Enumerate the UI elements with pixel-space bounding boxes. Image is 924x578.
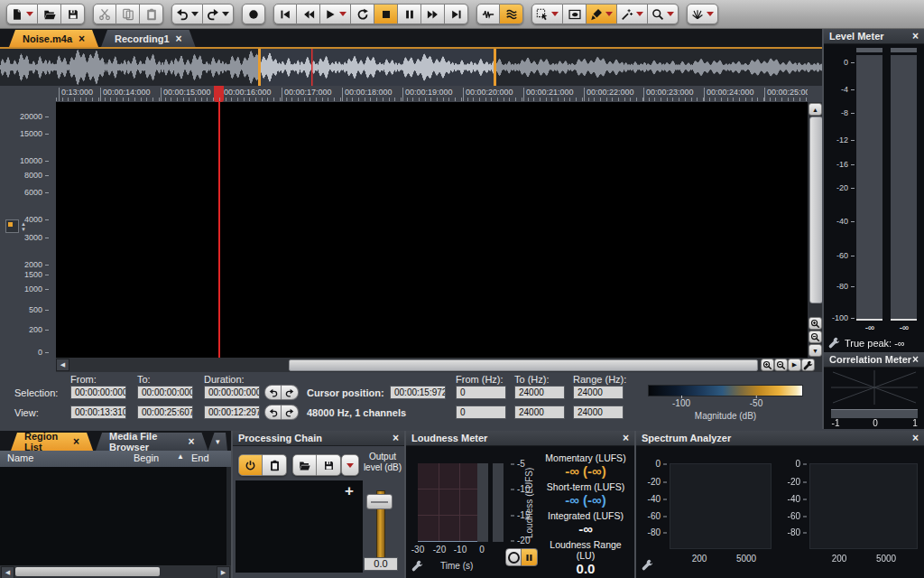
- selection-undo-button[interactable]: [264, 385, 282, 400]
- tab-noise-m4a[interactable]: Noise.m4a ×: [9, 30, 98, 47]
- copy-button[interactable]: [116, 4, 140, 24]
- play-caret-icon[interactable]: [339, 12, 346, 16]
- loop-button[interactable]: [351, 4, 374, 24]
- frequency-scale-icon[interactable]: [5, 219, 19, 233]
- redo-button[interactable]: [203, 4, 234, 24]
- output-level-slider-handle[interactable]: [366, 494, 393, 509]
- add-effect-button[interactable]: +: [345, 482, 354, 500]
- sort-asc-icon[interactable]: ▲: [177, 452, 184, 461]
- chain-paste-button[interactable]: [263, 454, 287, 476]
- timeline-ruler[interactable]: 0:13:00000:00:14:00000:00:15:00000:00:16…: [0, 86, 808, 102]
- magic-wand-button[interactable]: [617, 4, 648, 24]
- spectrogram-view-button[interactable]: [500, 4, 523, 24]
- spinner-arrows-icon[interactable]: ▲▼: [21, 221, 26, 232]
- view-undo-button[interactable]: [264, 405, 282, 420]
- frequency-scale-control[interactable]: ▲▼: [5, 219, 26, 233]
- view-redo-button[interactable]: [282, 405, 299, 420]
- open-file-button[interactable]: [38, 4, 61, 24]
- region-list-scroll-thumb[interactable]: [15, 567, 160, 576]
- scroll-down-button[interactable]: ▼: [808, 344, 822, 357]
- view-from-field[interactable]: 00:00:13:310: [70, 406, 126, 419]
- output-level-value[interactable]: 0.0: [364, 557, 398, 571]
- view-from-hz-field[interactable]: 0: [456, 406, 506, 419]
- tab-region-list[interactable]: Region List ×: [11, 433, 93, 451]
- redo-caret-icon[interactable]: [222, 12, 229, 16]
- close-icon[interactable]: ×: [73, 436, 79, 447]
- play-button[interactable]: [320, 4, 351, 24]
- wrench-icon[interactable]: [642, 559, 653, 571]
- region-list-hscrollbar[interactable]: ◀ ▶: [0, 565, 231, 578]
- rewind-button[interactable]: [297, 4, 320, 24]
- selection-range-hz-field[interactable]: 24000: [573, 386, 624, 399]
- chain-open-button[interactable]: [292, 454, 317, 476]
- vertical-scroll-thumb[interactable]: [809, 117, 823, 303]
- selection-to-field[interactable]: 00:00:00:000: [137, 386, 193, 399]
- scroll-up-button[interactable]: ▲: [808, 103, 822, 116]
- horizontal-scroll-thumb[interactable]: [289, 359, 758, 371]
- playhead-marker[interactable]: [214, 86, 224, 102]
- declick-caret-icon[interactable]: [707, 12, 714, 16]
- paste-button[interactable]: [140, 4, 163, 24]
- column-begin[interactable]: Begin: [134, 452, 159, 463]
- save-file-button[interactable]: [61, 4, 85, 24]
- wrench-icon[interactable]: [411, 560, 423, 572]
- cursor-position-field[interactable]: 00:00:15:972: [390, 386, 446, 399]
- chain-save-button[interactable]: [317, 454, 341, 476]
- cut-button[interactable]: [93, 4, 116, 24]
- horizontal-scrollbar[interactable]: ◀ ▶: [56, 358, 823, 372]
- zoom-in-horizontal-button[interactable]: [761, 359, 774, 371]
- region-list-header-row[interactable]: Name Begin ▲ End: [0, 451, 231, 467]
- new-file-button[interactable]: [6, 4, 38, 24]
- view-to-field[interactable]: 00:00:25:607: [137, 406, 193, 419]
- chain-menu-button[interactable]: [341, 454, 359, 476]
- undo-button[interactable]: [171, 4, 203, 24]
- stop-button[interactable]: [374, 4, 398, 24]
- box-select-caret-icon[interactable]: [551, 12, 559, 16]
- scroll-left-button[interactable]: ◀: [1, 566, 14, 578]
- zoom-caret-icon[interactable]: [667, 12, 674, 16]
- zoom-out-vertical-button[interactable]: [808, 331, 822, 343]
- zoom-in-vertical-button[interactable]: [808, 317, 822, 330]
- selection-to-hz-field[interactable]: 24000: [514, 386, 565, 399]
- brush-button[interactable]: [587, 4, 617, 24]
- selection-duration-field[interactable]: 00:00:00:000: [204, 386, 260, 399]
- brush-caret-icon[interactable]: [605, 12, 613, 16]
- undo-caret-icon[interactable]: [191, 12, 199, 16]
- wrench-icon[interactable]: [828, 337, 840, 349]
- column-name[interactable]: Name: [7, 452, 33, 463]
- waveform-overview[interactable]: [0, 47, 823, 86]
- box-select-button[interactable]: [531, 4, 563, 24]
- lasso-select-button[interactable]: [563, 4, 587, 24]
- selection-redo-button[interactable]: [282, 385, 299, 400]
- close-icon[interactable]: ×: [79, 33, 85, 44]
- magic-wand-caret-icon[interactable]: [636, 12, 643, 16]
- close-icon[interactable]: ×: [912, 432, 919, 444]
- close-icon[interactable]: ×: [912, 30, 919, 42]
- close-icon[interactable]: ×: [912, 353, 919, 366]
- close-icon[interactable]: ×: [393, 432, 399, 444]
- view-settings-button[interactable]: [801, 359, 815, 371]
- loudness-reset-button[interactable]: [505, 548, 522, 566]
- tab-overflow-button[interactable]: ▾: [208, 433, 227, 451]
- zoom-out-horizontal-button[interactable]: [774, 359, 788, 371]
- view-to-hz-field[interactable]: 24000: [514, 406, 565, 419]
- overview-waveform-canvas[interactable]: [0, 49, 823, 86]
- view-duration-field[interactable]: 00:00:12:297: [204, 406, 260, 419]
- close-icon[interactable]: ×: [176, 33, 182, 44]
- view-range-hz-field[interactable]: 24000: [573, 406, 624, 419]
- chain-effect-list[interactable]: +: [236, 480, 363, 573]
- tab-media-file-browser[interactable]: Media File Browser ×: [96, 433, 208, 451]
- column-end[interactable]: End: [191, 452, 209, 463]
- spectrogram-view[interactable]: [56, 102, 808, 358]
- zoom-tool-button[interactable]: [648, 4, 679, 24]
- pause-button[interactable]: [398, 4, 421, 24]
- region-list-body[interactable]: [0, 467, 231, 565]
- fast-forward-button[interactable]: [421, 4, 445, 24]
- scroll-right-button[interactable]: ▶: [788, 359, 801, 371]
- vertical-scrollbar[interactable]: ▲ ▼: [808, 102, 823, 358]
- close-icon[interactable]: ×: [623, 432, 629, 444]
- selection-from-hz-field[interactable]: 0: [456, 386, 506, 399]
- loudness-pause-button[interactable]: [522, 548, 538, 566]
- skip-start-button[interactable]: [273, 4, 297, 24]
- declick-tool-button[interactable]: [687, 4, 718, 24]
